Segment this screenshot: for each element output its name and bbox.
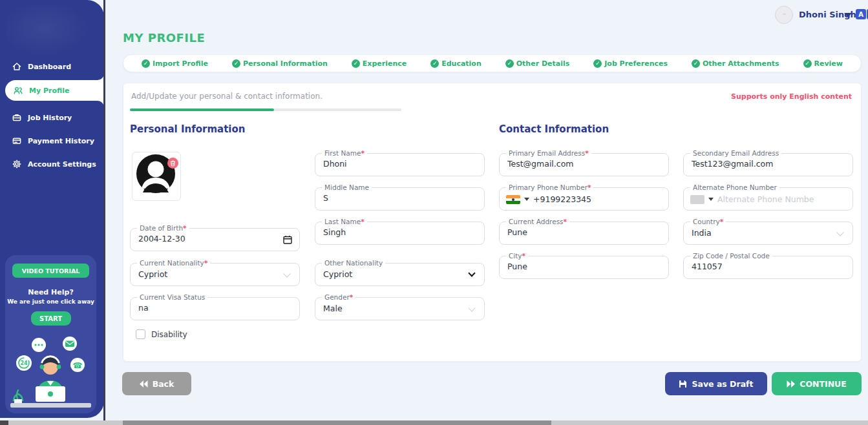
- zip-code-field[interactable]: Zip Code / Postal Code: [683, 256, 853, 279]
- field-label: Secondary Email Address: [693, 149, 779, 157]
- chevron-down-icon[interactable]: [708, 198, 714, 201]
- calendar-icon[interactable]: [282, 234, 293, 245]
- other-nationality-field[interactable]: Other Nationality Cypriot: [315, 263, 485, 286]
- required-marker: *: [361, 218, 365, 225]
- trash-icon: [170, 160, 176, 167]
- india-flag-icon[interactable]: [506, 195, 520, 204]
- tab-other-attachments[interactable]: ✓Other Attachments: [692, 59, 779, 68]
- scrollbar-thumb[interactable]: [123, 420, 551, 425]
- chevron-down-icon[interactable]: [844, 13, 852, 17]
- tab-job-preferences[interactable]: ✓Job Preferences: [593, 59, 668, 68]
- current-visa-status-input[interactable]: [138, 303, 274, 313]
- save-icon: [679, 380, 687, 388]
- required-marker: *: [587, 183, 591, 191]
- current-visa-status-field[interactable]: Current Visa Status: [130, 297, 300, 320]
- field-label: Current Visa Status: [140, 293, 205, 301]
- sidebar-item-dashboard[interactable]: Dashboard: [0, 57, 104, 76]
- first-name-field[interactable]: First Name*: [315, 153, 485, 176]
- alternate-phone-field[interactable]: Alternate Phone Number: [683, 187, 853, 211]
- chevron-down-icon[interactable]: [283, 270, 290, 277]
- chevron-down-icon[interactable]: [468, 269, 475, 276]
- date-of-birth-input[interactable]: [138, 234, 274, 244]
- secondary-email-field[interactable]: Secondary Email Address: [683, 153, 853, 176]
- field-label: Last Name: [324, 218, 361, 225]
- back-button[interactable]: Back: [122, 372, 191, 395]
- field-label: Primary Phone Number: [509, 183, 587, 191]
- progress-bar: [130, 109, 401, 111]
- sidebar-item-job-history[interactable]: Job History: [0, 108, 104, 127]
- primary-email-input[interactable]: [507, 159, 643, 169]
- field-label: Current Nationality: [140, 259, 204, 267]
- sidebar-scrollbar[interactable]: [103, 0, 105, 420]
- tab-experience[interactable]: ✓Experience: [352, 59, 407, 68]
- sidebar-item-payment-history[interactable]: Payment History: [0, 131, 104, 150]
- primary-phone-input[interactable]: [533, 194, 630, 204]
- primary-phone-field[interactable]: Primary Phone Number*: [499, 187, 669, 211]
- gender-value: Male: [323, 304, 343, 313]
- continue-button[interactable]: CONTINUE: [772, 372, 862, 395]
- field-label: First Name: [324, 149, 361, 157]
- placeholder-flag-icon[interactable]: [690, 195, 704, 204]
- required-marker: *: [361, 149, 365, 157]
- sidebar-item-label: Account Settings: [28, 160, 96, 169]
- check-icon: ✓: [142, 59, 150, 68]
- profile-photo[interactable]: [132, 152, 181, 201]
- chevron-down-icon[interactable]: [468, 304, 475, 311]
- last-name-input[interactable]: [323, 227, 459, 237]
- tab-education[interactable]: ✓Education: [430, 59, 482, 68]
- city-field[interactable]: City*: [499, 256, 669, 279]
- sidebar-item-label: Dashboard: [28, 63, 71, 71]
- gear-icon: [12, 159, 22, 169]
- save-as-draft-button[interactable]: Save as Draft: [665, 372, 767, 395]
- disability-checkbox[interactable]: [136, 329, 145, 339]
- check-icon: ✓: [505, 59, 514, 68]
- country-field[interactable]: Country* India: [683, 222, 853, 245]
- gender-field[interactable]: Gender* Male: [315, 297, 485, 320]
- tab-review[interactable]: ✓Review: [803, 59, 843, 68]
- stepper: ✓Import Profile ✓Personal Information ✓E…: [123, 54, 862, 72]
- language-note: Supports only English content: [731, 92, 852, 101]
- sidebar-item-account-settings[interactable]: Account Settings: [0, 154, 104, 174]
- last-name-field[interactable]: Last Name*: [315, 222, 485, 245]
- tab-import-profile[interactable]: ✓Import Profile: [142, 59, 208, 68]
- video-tutorial-button[interactable]: VIDEO TUTORIAL: [12, 264, 89, 278]
- disability-row: Disability: [136, 329, 187, 339]
- sidebar-item-my-profile[interactable]: My Profile: [5, 80, 104, 101]
- middle-name-field[interactable]: Middle Name: [315, 187, 485, 211]
- delete-photo-button[interactable]: [167, 158, 178, 169]
- user-avatar[interactable]: [775, 6, 793, 24]
- translate-icon[interactable]: A ★: [856, 9, 868, 19]
- first-name-input[interactable]: [323, 159, 459, 169]
- contact-information-heading: Contact Information: [499, 123, 609, 135]
- field-label: Gender: [324, 293, 350, 301]
- progress-fill: [130, 109, 274, 111]
- tab-personal-information[interactable]: ✓Personal Information: [232, 59, 328, 68]
- zip-code-input[interactable]: [692, 262, 827, 271]
- start-button[interactable]: START: [31, 311, 71, 326]
- field-label: Zip Code / Postal Code: [693, 252, 770, 260]
- chevron-down-icon[interactable]: [836, 229, 843, 236]
- country-value: India: [692, 228, 712, 238]
- alternate-phone-input[interactable]: [717, 194, 814, 204]
- sidebar-item-label: Payment History: [28, 137, 94, 145]
- briefcase-icon: [12, 112, 22, 123]
- sidebar: Dashboard My Profile Job History Payment…: [0, 0, 104, 418]
- current-address-input[interactable]: [507, 227, 643, 237]
- required-marker: *: [720, 218, 724, 225]
- primary-email-field[interactable]: Primary Email Address*: [499, 153, 669, 176]
- middle-name-input[interactable]: [323, 193, 459, 203]
- date-of-birth-field[interactable]: Date of Birth*: [130, 228, 300, 251]
- disability-label: Disability: [151, 330, 187, 339]
- field-label: Middle Name: [324, 183, 369, 191]
- check-icon: ✓: [593, 59, 602, 68]
- current-address-field[interactable]: Current Address*: [499, 222, 669, 245]
- horizontal-scrollbar[interactable]: [0, 420, 868, 425]
- current-nationality-field[interactable]: Current Nationality* Cypriot: [130, 263, 300, 286]
- required-marker: *: [564, 218, 567, 225]
- secondary-email-input[interactable]: [692, 159, 827, 169]
- city-input[interactable]: [507, 262, 643, 271]
- profile-form-card: Add/Update your personal & contact infor…: [123, 83, 862, 362]
- current-nationality-value: Cypriot: [138, 269, 167, 279]
- tab-other-details[interactable]: ✓Other Details: [505, 59, 570, 68]
- chevron-down-icon[interactable]: [524, 198, 529, 201]
